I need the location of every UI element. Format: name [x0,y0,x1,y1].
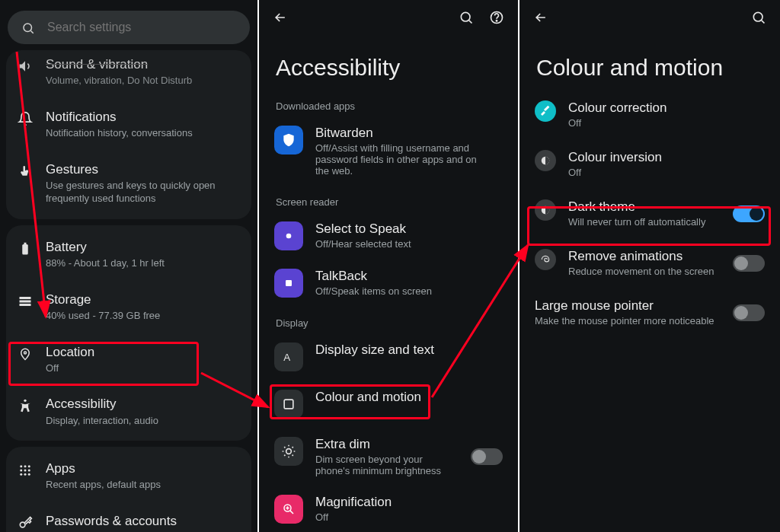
search-input[interactable] [47,21,238,34]
a11y-talkback[interactable]: TalkBackOff/Speak items on screen [259,260,518,307]
settings-item-storage[interactable]: Storage40% used - 77.39 GB free [6,281,251,333]
settings-item-apps[interactable]: AppsRecent apps, default apps [6,450,251,502]
square-icon [274,269,303,298]
svg-rect-26 [284,400,293,409]
svg-line-20 [469,21,472,24]
settings-group-2: AppsRecent apps, default apps Passwords … [6,447,251,532]
item-title: Large mouse pointer [535,298,721,314]
svg-point-9 [20,465,22,467]
appbar [519,0,780,35]
appbar [259,0,518,35]
svg-point-0 [24,24,32,32]
search-button[interactable] [748,7,769,28]
svg-line-29 [290,511,293,514]
svg-point-23 [286,234,292,239]
svg-rect-24 [286,280,292,286]
settings-item-passwords[interactable]: Passwords & accountsSaved passwords, aut… [6,502,251,532]
settings-item-accessibility[interactable]: AccessibilityDisplay, interaction, audio [6,385,251,438]
svg-point-19 [461,12,470,21]
grid-icon [17,462,34,479]
item-title: Dark theme [568,199,721,215]
svg-point-32 [753,12,762,21]
settings-item-sound[interactable]: Sound & vibrationVolume, vibration, Do N… [6,53,251,98]
section-label: Downloaded apps [259,90,518,116]
item-sub: Make the mouse pointer more noticeable [535,315,721,327]
a11y-icon [17,397,34,414]
settings-item-gestures[interactable]: GesturesUse gestures and keys to quickly… [6,151,251,216]
accessibility-pane: Accessibility Downloaded apps BitwardenO… [259,0,519,532]
help-button[interactable] [486,7,507,28]
dark-theme-toggle[interactable] [733,205,765,222]
svg-rect-3 [24,243,27,244]
svg-point-16 [24,473,27,476]
svg-rect-6 [20,304,31,306]
svg-point-11 [28,465,30,467]
svg-point-12 [20,470,22,472]
item-title: Passwords & accounts [46,513,221,529]
item-sub: Will never turn off automatically [568,216,721,228]
item-title: Notifications [46,109,193,125]
settings-item-battery[interactable]: Battery88% - About 1 day, 1 hr left [6,228,251,281]
extra-dim-toggle[interactable] [471,448,503,465]
svg-line-1 [30,30,33,33]
item-sub: Volume, vibration, Do Not Disturb [46,74,192,88]
item-sub: Dim screen beyond your phone's minimum b… [315,454,459,476]
svg-point-17 [28,473,30,476]
large-pointer-toggle[interactable] [733,304,765,321]
item-title: Colour inversion [568,150,765,165]
a11y-magnification[interactable]: MagnificationOff [259,486,518,532]
section-label: Screen reader [259,186,518,212]
item-sub: 40% used - 77.39 GB free [46,309,160,323]
item-title: Display size and text [315,342,434,358]
a11y-bitwarden[interactable]: BitwardenOff/Assist with filling usernam… [259,116,518,186]
back-button[interactable] [530,7,551,28]
item-title: Storage [46,291,160,307]
item-sub: Display, interaction, audio [46,414,158,428]
search-settings[interactable] [8,11,250,44]
a11y-select-to-speak[interactable]: Select to SpeakOff/Hear selected text [259,212,518,260]
page-title: Colour and motion [519,35,780,90]
settings-item-notifications[interactable]: NotificationsNotification history, conve… [6,98,251,151]
svg-rect-5 [20,300,31,302]
svg-point-13 [24,470,27,472]
dot-icon [274,221,303,250]
settings-group-0: Sound & vibrationVolume, vibration, Do N… [6,50,251,219]
magnify-icon [274,495,303,524]
svg-line-33 [762,21,765,24]
settings-item-location[interactable]: LocationOff [6,333,251,386]
item-sub: Use gestures and keys to quickly open fr… [46,179,221,205]
svg-point-7 [24,352,27,354]
item-sub: 88% - About 1 day, 1 hr left [46,256,165,270]
key-icon [17,514,34,531]
svg-point-10 [24,465,27,467]
item-title: Magnification [315,495,392,510]
shield-fill-icon [274,126,303,155]
colour-motion-pane: Colour and motion Colour correctionOff C… [519,0,780,532]
colour-correction[interactable]: Colour correctionOff [519,90,780,139]
settings-group-1: Battery88% - About 1 day, 1 hr left Stor… [6,225,251,441]
swirl-icon [535,249,556,270]
colour-icon [274,390,303,419]
a11y-colour-motion[interactable]: Colour and motion [259,381,518,428]
item-title: Accessibility [46,396,158,412]
back-button[interactable] [270,7,291,28]
item-title: Bitwarden [315,126,491,141]
settings-root-pane: Sound & vibrationVolume, vibration, Do N… [0,0,259,532]
search-button[interactable] [456,7,477,28]
item-sub: Recent apps, default apps [46,478,161,492]
remove-animations-toggle[interactable] [733,255,765,272]
a11y-display-size[interactable]: A Display size and text [259,333,518,381]
a11y-extra-dim[interactable]: Extra dimDim screen beyond your phone's … [259,428,518,486]
item-title: Sound & vibration [46,56,192,72]
remove-animations[interactable]: Remove animationsReduce movement on the … [519,238,780,288]
svg-rect-4 [20,297,31,299]
dark-theme[interactable]: Dark themeWill never turn off automatica… [519,189,780,238]
large-mouse-pointer[interactable]: Large mouse pointerMake the mouse pointe… [519,288,780,337]
item-title: Select to Speak [315,221,411,237]
storage-icon [17,293,34,310]
colour-inversion[interactable]: Colour inversionOff [519,139,780,189]
item-title: Apps [46,460,161,476]
textsize-icon: A [274,342,303,371]
item-sub: Off/Hear selected text [315,238,411,250]
volume-icon [17,58,34,75]
